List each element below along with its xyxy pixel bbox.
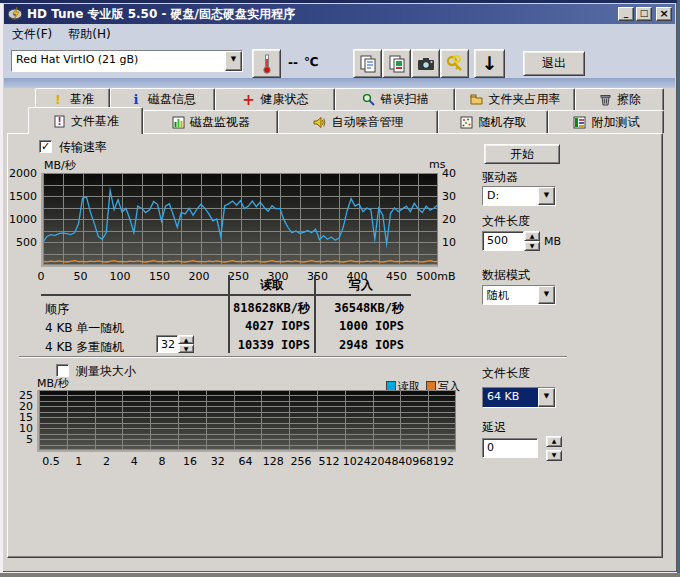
copy-text-icon (358, 54, 378, 74)
queue-depth-spinner[interactable]: 32 ▲ ▼ (156, 335, 194, 353)
start-button[interactable]: 开始 (484, 144, 560, 164)
tab-file-benchmark-active[interactable]: ! 文件基准 (28, 107, 143, 134)
tab-aam[interactable]: 自动噪音管理 (278, 110, 438, 133)
title-bar[interactable]: HD Tune 专业版 5.50 - 硬盘/固态硬盘实用程序 _ □ × (4, 4, 675, 24)
tick-label: 0 (38, 270, 45, 283)
tick-label: 2048 (371, 455, 399, 468)
write-column-header: 写入 (316, 277, 406, 294)
screenshot-button[interactable] (411, 49, 440, 78)
tick-label: 32 (211, 455, 225, 468)
chevron-down-icon: ▼ (544, 392, 549, 400)
menu-file[interactable]: 文件(F) (4, 24, 60, 45)
app-icon (7, 6, 23, 22)
data-mode-arrow[interactable]: ▼ (538, 286, 555, 304)
block-file-length-arrow[interactable]: ▼ (538, 388, 555, 407)
tab-label: 文件夹占用率 (489, 91, 561, 108)
maximize-button[interactable]: □ (636, 7, 652, 21)
tick-label: 128 (263, 455, 284, 468)
tick-label: 150 (149, 270, 170, 283)
delay-updown: ▲ ▼ (546, 436, 562, 461)
options-button[interactable] (440, 49, 469, 78)
tick-label: 512 (318, 455, 339, 468)
tick-label: 4 (131, 455, 138, 468)
tab-error-scan[interactable]: 错误扫描 (335, 88, 455, 110)
tab-health[interactable]: + 健康状态 (215, 88, 335, 110)
queue-spin-down[interactable]: ▼ (178, 344, 194, 353)
delay-label: 延迟 (482, 419, 506, 436)
target-drive-arrow[interactable]: ▼ (538, 187, 555, 205)
temperature-unit: ℃ (304, 55, 319, 69)
tick-label: 8192 (426, 455, 454, 468)
file-length-value[interactable]: 500 (482, 231, 524, 251)
exit-button[interactable]: 退出 (523, 51, 585, 76)
file-benchmark-icon: ! (52, 114, 66, 128)
tick-label: 10 (442, 236, 456, 249)
copy-image-icon (387, 54, 407, 74)
info-icon: i (129, 93, 143, 107)
copy-image-button[interactable] (382, 49, 411, 78)
delay-input[interactable]: 0 (482, 438, 538, 458)
drive-select-value: Red Hat VirtIO (21 gB) (12, 51, 225, 71)
4k-single-read-value: 4027 IOPS (230, 319, 310, 333)
file-length-spin-up[interactable]: ▲ (524, 231, 540, 241)
tick-label: 8 (159, 455, 166, 468)
file-length-spin-down[interactable]: ▼ (524, 241, 540, 251)
spin-down-icon: ▼ (552, 451, 557, 458)
menu-help[interactable]: 帮助(H) (60, 24, 118, 45)
tick-label: 1024 (343, 455, 371, 468)
tab-extra-tests[interactable]: 附加测试 (548, 110, 664, 133)
close-button[interactable]: × (656, 7, 672, 21)
spin-down-icon: ▼ (184, 345, 189, 352)
tick-label: 1000 (9, 213, 37, 226)
block-file-length-select[interactable]: 64 KB ▼ (482, 387, 556, 408)
check-icon: ✓ (41, 140, 50, 153)
bar-chart-icon (171, 115, 185, 129)
extra-tests-icon (573, 115, 587, 129)
4k-single-write-value: 1000 IOPS (316, 319, 404, 333)
drive-select[interactable]: Red Hat VirtIO (21 gB) ▼ (11, 50, 243, 72)
4k-multi-read-value: 10339 IOPS (230, 338, 310, 352)
frame-bottom (0, 573, 680, 577)
file-benchmark-page: ✓ 传输速率 MB/秒 ms 2000150010005004030201005… (7, 133, 663, 558)
tick-label: 30 (442, 190, 456, 203)
app-window: HD Tune 专业版 5.50 - 硬盘/固态硬盘实用程序 _ □ × 文件(… (0, 0, 680, 577)
temperature-button[interactable] (252, 49, 281, 78)
queue-spin-up[interactable]: ▲ (178, 335, 194, 344)
tick-label: 2 (103, 455, 110, 468)
data-mode-select[interactable]: 随机 ▼ (482, 285, 556, 305)
block-file-length-value: 64 KB (483, 388, 538, 407)
spin-down-icon: ▼ (530, 242, 535, 249)
data-mode-value: 随机 (483, 286, 538, 304)
drive-label: 驱动器 (482, 169, 518, 186)
start-button-label: 开始 (510, 146, 534, 163)
main-chart-ylabel-left: MB/秒 (44, 158, 76, 173)
temperature-value: -- (288, 56, 298, 70)
tab-label: 健康状态 (261, 91, 309, 108)
minimize-button[interactable]: _ (618, 7, 634, 21)
seq-read-value: 818628KB/秒 (230, 300, 310, 317)
drive-select-arrow[interactable]: ▼ (225, 51, 242, 71)
tab-label: 错误扫描 (381, 91, 429, 108)
copy-text-button[interactable] (353, 49, 382, 78)
save-button[interactable]: ↓ (474, 49, 505, 78)
file-length-spinner[interactable]: 500 ▲ ▼ (482, 231, 540, 251)
tick-label: 500mB (416, 270, 455, 283)
tab-erase[interactable]: 擦除 (575, 88, 664, 110)
tab-random-access[interactable]: 随机存取 (438, 110, 548, 133)
thermometer-icon (258, 53, 276, 75)
tab-disk-monitor[interactable]: 磁盘监视器 (143, 110, 278, 133)
transfer-rate-checkbox[interactable]: ✓ (39, 140, 52, 153)
tick-label: 0.5 (42, 455, 60, 468)
delay-up-button[interactable]: ▲ (546, 436, 562, 447)
delay-down-button[interactable]: ▼ (546, 450, 562, 461)
main-window: HD Tune 专业版 5.50 - 硬盘/固态硬盘实用程序 _ □ × 文件(… (3, 3, 677, 572)
tab-folder-usage[interactable]: 文件夹占用率 (455, 88, 575, 110)
target-drive-select[interactable]: D: ▼ (482, 186, 556, 206)
data-mode-label: 数据模式 (482, 267, 530, 284)
table-divider (41, 294, 411, 296)
queue-depth-value[interactable]: 32 (156, 335, 178, 353)
block-size-checkbox-label: 测量块大小 (76, 363, 136, 380)
tab-strip-row2: ! 文件基准 磁盘监视器 自动噪音管理 随机存取 (10, 110, 664, 133)
minimize-icon: _ (619, 8, 633, 19)
keys-icon (445, 54, 465, 74)
